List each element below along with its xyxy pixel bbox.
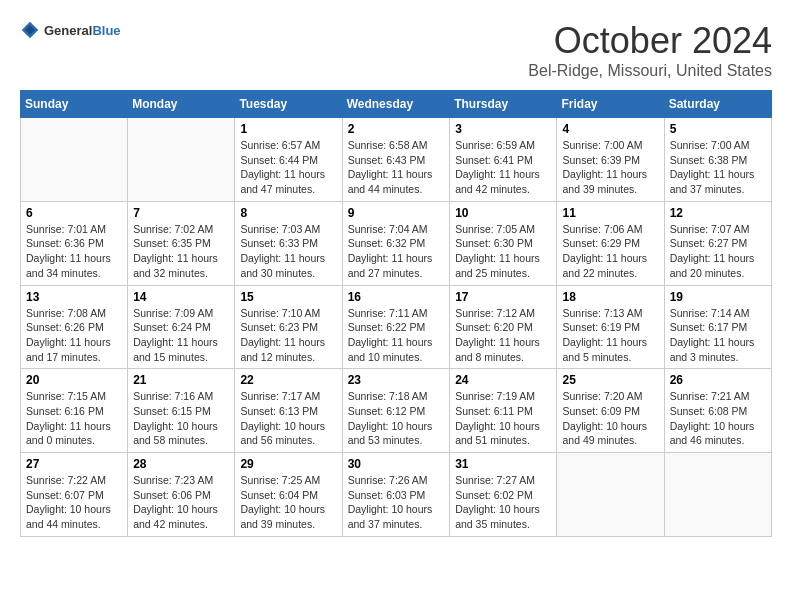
calendar-cell: 31Sunrise: 7:27 AMSunset: 6:02 PMDayligh… (450, 453, 557, 537)
day-info: Sunrise: 6:59 AMSunset: 6:41 PMDaylight:… (455, 138, 551, 197)
calendar-cell: 30Sunrise: 7:26 AMSunset: 6:03 PMDayligh… (342, 453, 450, 537)
day-info: Sunrise: 7:23 AMSunset: 6:06 PMDaylight:… (133, 473, 229, 532)
day-info: Sunrise: 7:08 AMSunset: 6:26 PMDaylight:… (26, 306, 122, 365)
calendar-cell: 12Sunrise: 7:07 AMSunset: 6:27 PMDayligh… (664, 201, 771, 285)
day-number: 30 (348, 457, 445, 471)
weekday-header: Monday (128, 91, 235, 118)
calendar-cell: 1Sunrise: 6:57 AMSunset: 6:44 PMDaylight… (235, 118, 342, 202)
calendar-cell: 16Sunrise: 7:11 AMSunset: 6:22 PMDayligh… (342, 285, 450, 369)
calendar-cell: 23Sunrise: 7:18 AMSunset: 6:12 PMDayligh… (342, 369, 450, 453)
calendar-cell: 9Sunrise: 7:04 AMSunset: 6:32 PMDaylight… (342, 201, 450, 285)
day-info: Sunrise: 7:10 AMSunset: 6:23 PMDaylight:… (240, 306, 336, 365)
calendar-cell: 17Sunrise: 7:12 AMSunset: 6:20 PMDayligh… (450, 285, 557, 369)
day-number: 26 (670, 373, 766, 387)
day-number: 3 (455, 122, 551, 136)
day-number: 20 (26, 373, 122, 387)
title-block: October 2024 Bel-Ridge, Missouri, United… (528, 20, 772, 80)
calendar-cell: 14Sunrise: 7:09 AMSunset: 6:24 PMDayligh… (128, 285, 235, 369)
weekday-header: Thursday (450, 91, 557, 118)
day-number: 15 (240, 290, 336, 304)
day-info: Sunrise: 7:20 AMSunset: 6:09 PMDaylight:… (562, 389, 658, 448)
day-info: Sunrise: 7:26 AMSunset: 6:03 PMDaylight:… (348, 473, 445, 532)
calendar-cell (664, 453, 771, 537)
calendar-week-row: 6Sunrise: 7:01 AMSunset: 6:36 PMDaylight… (21, 201, 772, 285)
calendar-cell: 2Sunrise: 6:58 AMSunset: 6:43 PMDaylight… (342, 118, 450, 202)
calendar-week-row: 1Sunrise: 6:57 AMSunset: 6:44 PMDaylight… (21, 118, 772, 202)
day-number: 12 (670, 206, 766, 220)
calendar-cell: 22Sunrise: 7:17 AMSunset: 6:13 PMDayligh… (235, 369, 342, 453)
calendar-cell: 19Sunrise: 7:14 AMSunset: 6:17 PMDayligh… (664, 285, 771, 369)
logo-blue: Blue (92, 23, 120, 38)
day-number: 14 (133, 290, 229, 304)
day-info: Sunrise: 7:03 AMSunset: 6:33 PMDaylight:… (240, 222, 336, 281)
page-header: GeneralBlue October 2024 Bel-Ridge, Miss… (20, 20, 772, 80)
calendar-cell: 10Sunrise: 7:05 AMSunset: 6:30 PMDayligh… (450, 201, 557, 285)
calendar-cell: 27Sunrise: 7:22 AMSunset: 6:07 PMDayligh… (21, 453, 128, 537)
calendar-subtitle: Bel-Ridge, Missouri, United States (528, 62, 772, 80)
weekday-header: Friday (557, 91, 664, 118)
day-info: Sunrise: 7:27 AMSunset: 6:02 PMDaylight:… (455, 473, 551, 532)
calendar-cell: 25Sunrise: 7:20 AMSunset: 6:09 PMDayligh… (557, 369, 664, 453)
day-info: Sunrise: 7:14 AMSunset: 6:17 PMDaylight:… (670, 306, 766, 365)
day-info: Sunrise: 7:12 AMSunset: 6:20 PMDaylight:… (455, 306, 551, 365)
calendar-table: SundayMondayTuesdayWednesdayThursdayFrid… (20, 90, 772, 537)
day-number: 9 (348, 206, 445, 220)
calendar-cell: 6Sunrise: 7:01 AMSunset: 6:36 PMDaylight… (21, 201, 128, 285)
calendar-cell: 18Sunrise: 7:13 AMSunset: 6:19 PMDayligh… (557, 285, 664, 369)
day-number: 11 (562, 206, 658, 220)
weekday-header: Wednesday (342, 91, 450, 118)
weekday-header: Saturday (664, 91, 771, 118)
day-number: 22 (240, 373, 336, 387)
calendar-week-row: 27Sunrise: 7:22 AMSunset: 6:07 PMDayligh… (21, 453, 772, 537)
calendar-cell: 24Sunrise: 7:19 AMSunset: 6:11 PMDayligh… (450, 369, 557, 453)
day-number: 2 (348, 122, 445, 136)
day-number: 7 (133, 206, 229, 220)
day-info: Sunrise: 6:58 AMSunset: 6:43 PMDaylight:… (348, 138, 445, 197)
day-number: 1 (240, 122, 336, 136)
day-info: Sunrise: 7:00 AMSunset: 6:38 PMDaylight:… (670, 138, 766, 197)
day-info: Sunrise: 7:17 AMSunset: 6:13 PMDaylight:… (240, 389, 336, 448)
calendar-title: October 2024 (528, 20, 772, 62)
calendar-cell: 26Sunrise: 7:21 AMSunset: 6:08 PMDayligh… (664, 369, 771, 453)
calendar-cell: 7Sunrise: 7:02 AMSunset: 6:35 PMDaylight… (128, 201, 235, 285)
logo: GeneralBlue (20, 20, 121, 40)
day-number: 21 (133, 373, 229, 387)
day-info: Sunrise: 7:07 AMSunset: 6:27 PMDaylight:… (670, 222, 766, 281)
day-number: 28 (133, 457, 229, 471)
day-info: Sunrise: 7:16 AMSunset: 6:15 PMDaylight:… (133, 389, 229, 448)
day-info: Sunrise: 7:19 AMSunset: 6:11 PMDaylight:… (455, 389, 551, 448)
day-number: 23 (348, 373, 445, 387)
calendar-cell: 3Sunrise: 6:59 AMSunset: 6:41 PMDaylight… (450, 118, 557, 202)
day-info: Sunrise: 7:02 AMSunset: 6:35 PMDaylight:… (133, 222, 229, 281)
day-number: 19 (670, 290, 766, 304)
calendar-cell: 29Sunrise: 7:25 AMSunset: 6:04 PMDayligh… (235, 453, 342, 537)
weekday-header: Tuesday (235, 91, 342, 118)
day-info: Sunrise: 6:57 AMSunset: 6:44 PMDaylight:… (240, 138, 336, 197)
day-info: Sunrise: 7:04 AMSunset: 6:32 PMDaylight:… (348, 222, 445, 281)
calendar-cell: 15Sunrise: 7:10 AMSunset: 6:23 PMDayligh… (235, 285, 342, 369)
day-number: 4 (562, 122, 658, 136)
day-number: 17 (455, 290, 551, 304)
calendar-cell: 5Sunrise: 7:00 AMSunset: 6:38 PMDaylight… (664, 118, 771, 202)
day-info: Sunrise: 7:15 AMSunset: 6:16 PMDaylight:… (26, 389, 122, 448)
day-number: 6 (26, 206, 122, 220)
day-number: 18 (562, 290, 658, 304)
calendar-cell: 8Sunrise: 7:03 AMSunset: 6:33 PMDaylight… (235, 201, 342, 285)
day-number: 29 (240, 457, 336, 471)
day-info: Sunrise: 7:06 AMSunset: 6:29 PMDaylight:… (562, 222, 658, 281)
calendar-cell (557, 453, 664, 537)
logo-icon (20, 20, 40, 40)
logo-general: General (44, 23, 92, 38)
calendar-week-row: 20Sunrise: 7:15 AMSunset: 6:16 PMDayligh… (21, 369, 772, 453)
weekday-header: Sunday (21, 91, 128, 118)
day-info: Sunrise: 7:21 AMSunset: 6:08 PMDaylight:… (670, 389, 766, 448)
day-number: 10 (455, 206, 551, 220)
calendar-cell: 28Sunrise: 7:23 AMSunset: 6:06 PMDayligh… (128, 453, 235, 537)
calendar-cell: 20Sunrise: 7:15 AMSunset: 6:16 PMDayligh… (21, 369, 128, 453)
day-number: 24 (455, 373, 551, 387)
day-number: 8 (240, 206, 336, 220)
day-info: Sunrise: 7:13 AMSunset: 6:19 PMDaylight:… (562, 306, 658, 365)
calendar-cell: 4Sunrise: 7:00 AMSunset: 6:39 PMDaylight… (557, 118, 664, 202)
day-number: 27 (26, 457, 122, 471)
day-info: Sunrise: 7:05 AMSunset: 6:30 PMDaylight:… (455, 222, 551, 281)
